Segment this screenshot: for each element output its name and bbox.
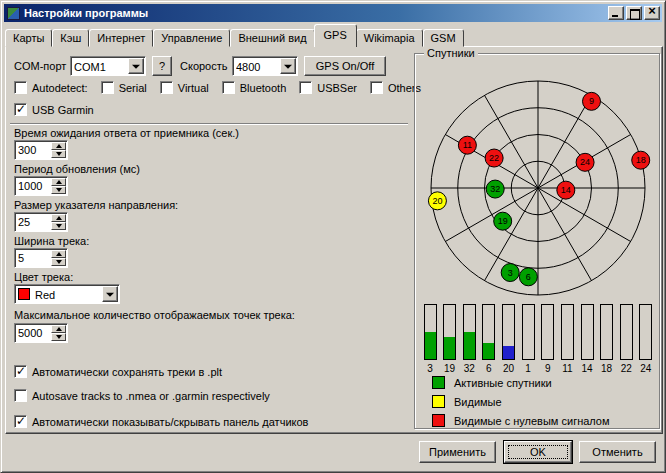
com-port-select[interactable]: COM1 — [70, 56, 146, 76]
signal-slot-14: 14 — [580, 304, 594, 374]
tab-интернет[interactable]: Интернет — [89, 29, 153, 47]
checkbox-box[interactable] — [101, 81, 114, 94]
track-color-swatch — [18, 288, 30, 300]
spin-up-button[interactable] — [51, 250, 66, 258]
svg-text:18: 18 — [636, 155, 646, 165]
close-button[interactable] — [644, 6, 660, 20]
checkbox-bluetooth[interactable]: Bluetooth — [222, 81, 286, 94]
spin-down-button[interactable] — [51, 150, 66, 158]
signal-bar-label: 22 — [621, 363, 632, 374]
minimize-button[interactable] — [608, 6, 624, 20]
spin-down-button[interactable] — [51, 258, 66, 266]
track-color-label: Цвет трека: — [14, 271, 73, 283]
port-type-row: Autodetect:SerialVirtualBluetoothUSBSerO… — [14, 81, 421, 94]
checkbox-box[interactable] — [14, 103, 27, 116]
signal-bar — [581, 304, 594, 360]
satellite-32: 32 — [486, 180, 504, 198]
spinner-value: 25 — [15, 213, 50, 231]
spinner-value: 5 — [15, 249, 50, 267]
spinner-buttons — [51, 325, 66, 341]
gps-tab-panel: COM-порт COM1 ? Скорость 4800 GPS On/Off… — [5, 46, 663, 434]
signal-bar-label: 1 — [525, 363, 531, 374]
checkbox-label: Автоматически сохранять треки в .plt — [32, 366, 222, 378]
speed-dropdown-button[interactable] — [280, 58, 296, 74]
help-button[interactable]: ? — [152, 56, 172, 76]
legend-color-swatch — [432, 414, 445, 427]
timeout-spinner[interactable]: 300 — [14, 140, 68, 160]
spin-down-button[interactable] — [51, 186, 66, 194]
app-icon — [7, 7, 20, 20]
checkbox-sensor-panel[interactable]: Автоматически показывать/скрывать панель… — [14, 415, 308, 428]
tab-gsm[interactable]: GSM — [423, 29, 464, 47]
checkbox-usb-garmin[interactable]: USB Garmin — [14, 103, 94, 116]
track-color-select[interactable]: Red — [14, 284, 120, 304]
checkbox-label: USB Garmin — [32, 104, 94, 116]
legend-label: Активные спутники — [454, 377, 552, 389]
com-port-dropdown-button[interactable] — [128, 58, 144, 74]
checkbox-box[interactable] — [370, 81, 383, 94]
track-color-dropdown-button[interactable] — [102, 286, 118, 302]
spin-up-button[interactable] — [51, 178, 66, 186]
chevron-down-icon — [106, 293, 114, 297]
track-width-label: Ширина трека: — [14, 235, 89, 247]
legend-item: Видимые — [432, 395, 610, 408]
satellites-legend: Активные спутникиВидимыеВидимые с нулевы… — [432, 376, 610, 433]
signal-bar-label: 11 — [562, 363, 572, 374]
signal-slot-3: 3 — [423, 304, 437, 374]
svg-text:32: 32 — [490, 184, 500, 194]
spinner-buttons — [51, 250, 66, 266]
tab-карты[interactable]: Карты — [5, 29, 52, 47]
spin-up-button[interactable] — [51, 325, 66, 333]
cancel-button[interactable]: Отменить — [579, 441, 656, 463]
checkbox-save-plt[interactable]: Автоматически сохранять треки в .plt — [14, 365, 222, 378]
checkbox-label: Автоматически показывать/скрывать панель… — [32, 416, 308, 428]
spin-up-button[interactable] — [51, 214, 66, 222]
legend-label: Видимые с нулевым сигналом — [454, 415, 610, 427]
checkbox-usbser[interactable]: USBSer — [299, 81, 357, 94]
signal-bar — [541, 304, 554, 360]
tab-управление[interactable]: Управление — [153, 29, 230, 47]
checkbox-box[interactable] — [299, 81, 312, 94]
satellite-19: 19 — [494, 212, 512, 230]
checkbox-box[interactable] — [222, 81, 235, 94]
signal-slot-19: 19 — [443, 304, 457, 374]
spin-down-button[interactable] — [51, 333, 66, 341]
signal-bar — [522, 304, 535, 360]
checkbox-box[interactable] — [14, 81, 27, 94]
max-points-label: Максимальное количество отображаемых точ… — [14, 309, 295, 321]
tab-gps[interactable]: GPS — [314, 24, 357, 47]
checkbox-box[interactable] — [14, 365, 27, 378]
checkbox-box[interactable] — [14, 389, 27, 402]
checkbox-box[interactable] — [14, 415, 27, 428]
satellite-14: 14 — [557, 181, 575, 199]
divider — [10, 123, 408, 125]
refresh-period-spinner[interactable]: 1000 — [14, 176, 68, 196]
pointer-size-spinner[interactable]: 25 — [14, 212, 68, 232]
checkbox-label: Autosave tracks to .nmea or .garmin resp… — [32, 390, 270, 402]
maximize-button[interactable] — [626, 6, 642, 20]
track-width-spinner[interactable]: 5 — [14, 248, 68, 268]
apply-button[interactable]: Применить — [419, 441, 496, 463]
window-title: Настройки программы — [24, 7, 606, 19]
checkbox-virtual[interactable]: Virtual — [160, 81, 209, 94]
ok-button[interactable]: OK — [504, 441, 572, 463]
checkbox-box[interactable] — [160, 81, 173, 94]
checkbox-serial[interactable]: Serial — [101, 81, 147, 94]
checkbox-autodetect[interactable]: Autodetect: — [14, 81, 88, 94]
legend-item: Видимые с нулевым сигналом — [432, 414, 610, 427]
tab-strip: КартыКэшИнтернетУправлениеВнешний видGPS… — [5, 26, 464, 47]
satellite-22: 22 — [485, 149, 503, 167]
speed-select[interactable]: 4800 — [232, 56, 298, 76]
max-points-spinner[interactable]: 5000 — [14, 323, 68, 343]
tab-wikimapia[interactable]: Wikimapia — [356, 29, 423, 47]
spin-up-button[interactable] — [51, 142, 66, 150]
spin-down-button[interactable] — [51, 222, 66, 230]
svg-text:20: 20 — [432, 196, 442, 206]
signal-bar-label: 19 — [444, 363, 455, 374]
checkbox-autosave-nmea[interactable]: Autosave tracks to .nmea or .garmin resp… — [14, 389, 270, 402]
gps-onoff-button[interactable]: GPS On/Off — [304, 56, 386, 76]
satellite-6: 6 — [519, 268, 537, 286]
tab-внешний вид[interactable]: Внешний вид — [230, 29, 314, 47]
title-bar[interactable]: Настройки программы — [4, 4, 662, 22]
tab-кэш[interactable]: Кэш — [52, 29, 89, 47]
